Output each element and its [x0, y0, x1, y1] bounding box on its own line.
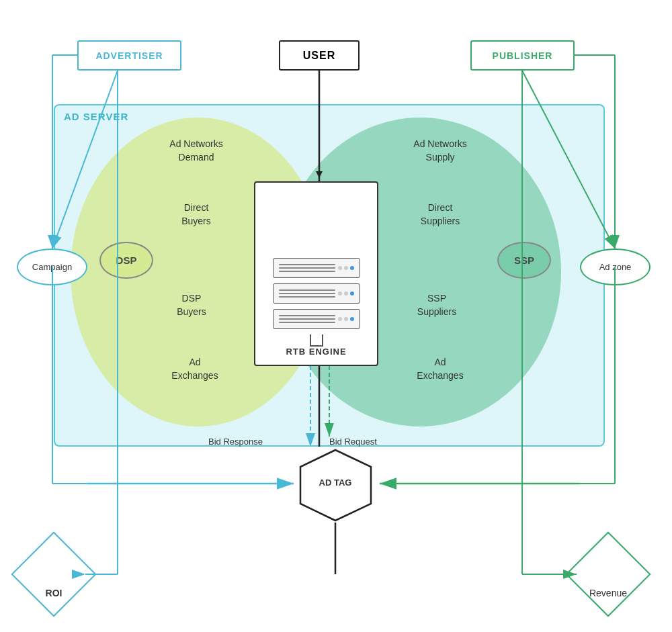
supply-label-networks: Ad NetworksSupply [386, 138, 494, 164]
supply-label-exchanges: AdExchanges [386, 356, 494, 382]
publisher-box: PUBLISHER [470, 40, 575, 71]
advertiser-box: ADVERTISER [77, 40, 181, 71]
roi-label: ROI [24, 563, 84, 623]
bid-response-label: Bid Response [208, 437, 263, 447]
adzone-label: Ad zone [599, 262, 632, 272]
dsp-label: DSP [116, 255, 137, 266]
ad-tag-hexagon-svg: AD TAG [294, 447, 378, 524]
rack-3 [273, 309, 360, 329]
campaign-label: Campaign [32, 262, 72, 272]
publisher-label: PUBLISHER [493, 50, 553, 61]
ad-tag-container: AD TAG [294, 447, 378, 524]
svg-text:AD TAG: AD TAG [319, 478, 352, 488]
bid-request-label: Bid Request [329, 437, 377, 447]
rack-1 [273, 258, 360, 278]
advertiser-label: ADVERTISER [95, 50, 163, 61]
revenue-label: Revenue [578, 563, 638, 623]
rtb-label: RTB ENGINE [286, 347, 346, 357]
demand-label-networks: Ad NetworksDemand [149, 138, 243, 164]
user-box: USER [279, 40, 360, 71]
campaign-oval: Campaign [17, 249, 87, 285]
dsp-oval: DSP [99, 242, 153, 279]
diagram: AD SERVER Ad NetworksDemand DirectBuyers… [0, 0, 672, 632]
ad-server-label: AD SERVER [64, 111, 128, 122]
supply-label-direct: DirectSuppliers [386, 201, 494, 228]
rack-stand [310, 334, 323, 347]
demand-label-buyers: DirectBuyers [149, 201, 243, 228]
demand-label-dsp: DSPBuyers [144, 292, 239, 318]
demand-label-exchanges: AdExchanges [148, 356, 242, 382]
supply-label-ssp: SSPSuppliers [383, 292, 491, 318]
server-racks [273, 258, 360, 329]
rack-2 [273, 283, 360, 304]
ssp-label: SSP [514, 255, 534, 266]
ssp-oval: SSP [497, 242, 551, 279]
rtb-engine-box: RTB ENGINE [254, 181, 378, 366]
adzone-oval: Ad zone [580, 249, 650, 285]
user-label: USER [303, 50, 335, 62]
